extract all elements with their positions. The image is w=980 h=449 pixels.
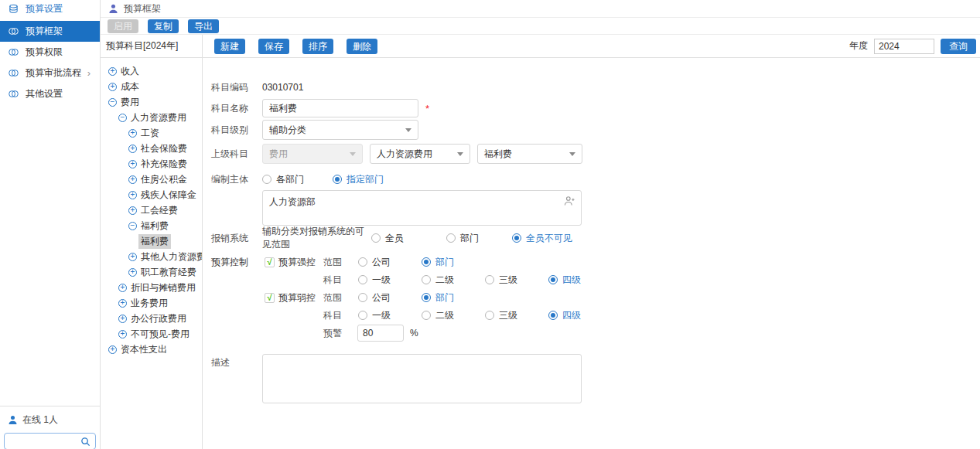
radio-option[interactable]: 全员 bbox=[371, 232, 446, 245]
radio-option[interactable]: 部门 bbox=[446, 232, 512, 245]
weak-control-check: √ 预算弱控 bbox=[265, 291, 316, 304]
page-header: 预算框架 bbox=[101, 0, 980, 18]
parent-select-2[interactable]: 人力资源费用 bbox=[370, 144, 470, 164]
tree-node[interactable]: +折旧与摊销费用 bbox=[101, 280, 202, 295]
sidebar-item[interactable]: 预算框架 bbox=[0, 21, 100, 42]
expand-icon[interactable]: + bbox=[108, 67, 117, 76]
level-select[interactable]: 辅助分类 bbox=[262, 120, 418, 140]
expand-icon[interactable]: + bbox=[128, 160, 137, 168]
expand-icon[interactable]: + bbox=[118, 284, 127, 292]
subject-form: 科目编码 03010701 科目名称 * 科目级别 辅助分类 上级科目 费用 人… bbox=[203, 58, 980, 449]
radio-label: 一级 bbox=[372, 274, 391, 287]
owner-department-box[interactable]: 人力资源部 bbox=[262, 190, 582, 226]
radio-option[interactable]: 一级 bbox=[358, 309, 422, 322]
radio-option[interactable]: 三级 bbox=[485, 274, 548, 287]
collapse-icon[interactable]: − bbox=[118, 114, 127, 122]
tree-node[interactable]: +职工教育经费 bbox=[101, 264, 202, 280]
name-label: 科目名称 bbox=[211, 102, 262, 115]
form-action-button[interactable]: 保存 bbox=[258, 39, 289, 54]
warning-input[interactable] bbox=[357, 325, 404, 342]
sidebar-item[interactable]: 其他设置 bbox=[0, 83, 100, 104]
form-action-button[interactable]: 删除 bbox=[347, 39, 377, 54]
form-action-button[interactable]: 排序 bbox=[302, 39, 333, 54]
expand-icon[interactable]: + bbox=[128, 129, 137, 138]
tree-node[interactable]: +不可预见-费用 bbox=[101, 326, 202, 342]
weak-scope-label: 范围 bbox=[323, 291, 342, 304]
expand-icon[interactable]: + bbox=[128, 253, 137, 261]
sidebar-item[interactable]: 预算审批流程› bbox=[0, 63, 100, 83]
tree-node-label: 成本 bbox=[121, 80, 139, 94]
app-title-row[interactable]: 预算设置 bbox=[0, 0, 100, 17]
module-person-icon bbox=[108, 4, 118, 14]
reimburse-radio-group: 全员部门全员不可见 bbox=[371, 232, 572, 245]
radio-option[interactable]: 全员不可见 bbox=[512, 232, 572, 245]
toolbar-button[interactable]: 复制 bbox=[148, 19, 179, 33]
expand-icon[interactable]: + bbox=[128, 191, 137, 199]
radio-label: 四级 bbox=[562, 309, 581, 322]
sidebar-item[interactable]: 预算权限 bbox=[0, 42, 100, 63]
tree-node[interactable]: +成本 bbox=[101, 79, 202, 94]
add-person-icon[interactable] bbox=[564, 196, 575, 206]
tree-node[interactable]: −福利费 bbox=[101, 218, 202, 233]
radio-option[interactable]: 指定部门 bbox=[333, 173, 403, 186]
sidebar: 预算设置 预算框架预算权限预算审批流程›其他设置 在线 1人 bbox=[0, 0, 101, 449]
checkbox-checked-icon[interactable]: √ bbox=[265, 293, 275, 303]
tree-node-label: 工资 bbox=[141, 127, 159, 140]
name-input[interactable] bbox=[262, 99, 418, 117]
tree-node[interactable]: +补充保险费 bbox=[101, 156, 202, 172]
tree-node[interactable]: +社会保险费 bbox=[101, 141, 202, 156]
tree-node[interactable]: +工会经费 bbox=[101, 202, 202, 218]
radio-option[interactable]: 部门 bbox=[422, 291, 485, 304]
expand-icon[interactable]: + bbox=[108, 345, 117, 354]
parent-select-2-value: 人力资源费用 bbox=[377, 148, 432, 161]
radio-option[interactable]: 一级 bbox=[358, 274, 422, 287]
expand-icon[interactable]: + bbox=[118, 299, 127, 308]
radio-option[interactable]: 部门 bbox=[422, 256, 485, 269]
expand-icon[interactable]: + bbox=[128, 175, 137, 184]
collapse-icon[interactable]: − bbox=[108, 98, 117, 107]
tree-node[interactable]: +住房公积金 bbox=[101, 172, 202, 187]
collapse-icon[interactable]: − bbox=[128, 222, 137, 230]
radio-icon bbox=[422, 311, 431, 320]
toolbar-button[interactable]: 导出 bbox=[188, 19, 219, 33]
tree-node-label: 折旧与摊销费用 bbox=[131, 281, 196, 294]
tree-node[interactable]: +其他人力资源费用 bbox=[101, 249, 202, 264]
radio-option[interactable]: 各部门 bbox=[262, 173, 333, 186]
online-status: 在线 1人 bbox=[0, 413, 100, 427]
checkbox-checked-icon[interactable]: √ bbox=[265, 257, 275, 267]
search-icon[interactable] bbox=[80, 437, 90, 447]
query-button[interactable]: 查询 bbox=[941, 39, 976, 54]
search-input[interactable] bbox=[9, 435, 80, 447]
radio-option[interactable]: 三级 bbox=[485, 309, 548, 322]
expand-icon[interactable]: + bbox=[118, 315, 127, 323]
expand-icon[interactable]: + bbox=[128, 145, 137, 153]
owner-label: 编制主体 bbox=[211, 173, 262, 186]
expand-icon[interactable]: + bbox=[128, 206, 137, 215]
tree-node[interactable]: +资本性支出 bbox=[101, 342, 202, 357]
tree-node[interactable]: +收入 bbox=[101, 63, 202, 79]
radio-icon bbox=[358, 293, 367, 302]
radio-option[interactable]: 公司 bbox=[358, 256, 422, 269]
tree-node[interactable]: +工资 bbox=[101, 125, 202, 141]
weak-subject-radio-group: 一级二级三级四级 bbox=[358, 309, 612, 322]
budget-subject-tree: +收入+成本−费用−人力资源费用+工资+社会保险费+补充保险费+住房公积金+残疾… bbox=[101, 58, 203, 449]
radio-option[interactable]: 四级 bbox=[548, 309, 612, 322]
form-action-button[interactable]: 新建 bbox=[214, 39, 245, 54]
year-input[interactable] bbox=[874, 39, 934, 54]
expand-icon[interactable]: + bbox=[128, 268, 137, 277]
radio-option[interactable]: 四级 bbox=[548, 274, 612, 287]
tree-node[interactable]: 福利费 bbox=[101, 233, 202, 249]
description-textarea[interactable] bbox=[262, 354, 582, 403]
tree-node[interactable]: +残疾人保障金 bbox=[101, 187, 202, 202]
tree-node[interactable]: −人力资源费用 bbox=[101, 110, 202, 125]
parent-select-3[interactable]: 福利费 bbox=[477, 144, 582, 164]
tree-node[interactable]: +办公行政费用 bbox=[101, 311, 202, 326]
radio-option[interactable]: 二级 bbox=[422, 309, 485, 322]
tree-node[interactable]: −费用 bbox=[101, 94, 202, 110]
expand-icon[interactable]: + bbox=[118, 330, 127, 338]
expand-icon[interactable]: + bbox=[108, 83, 117, 91]
tree-node[interactable]: +业务费用 bbox=[101, 295, 202, 311]
radio-option[interactable]: 公司 bbox=[358, 291, 422, 304]
year-label: 年度 bbox=[849, 39, 868, 53]
radio-option[interactable]: 二级 bbox=[422, 274, 485, 287]
